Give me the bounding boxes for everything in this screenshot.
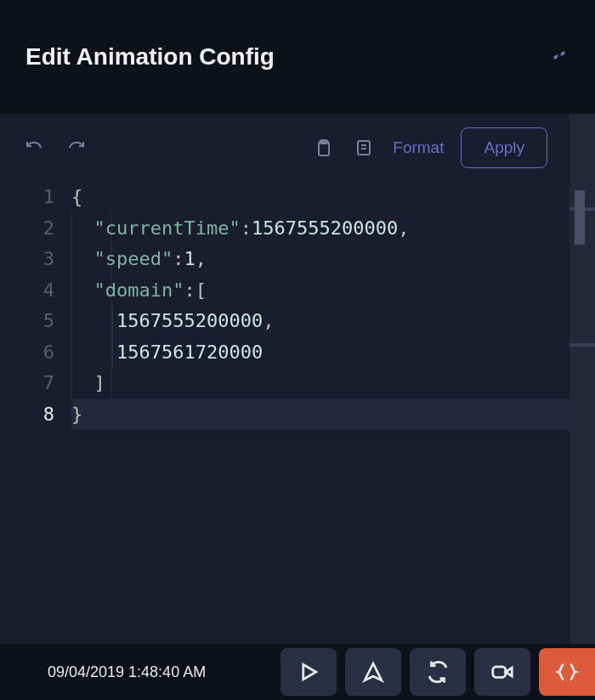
code-editor[interactable]: 12345678 { "currentTime": 1567555200000,… [0,182,570,644]
send-button[interactable] [345,648,401,696]
undo-button[interactable] [22,136,46,160]
line-number: 7 [0,368,54,399]
line-number-gutter: 12345678 [0,182,71,430]
code-content[interactable]: { "currentTime": 1567555200000, "speed":… [71,182,570,430]
line-number: 1 [0,182,54,213]
code-line[interactable]: 1567555200000, [71,306,570,337]
code-line[interactable]: ] [71,368,570,399]
play-button[interactable] [280,648,337,696]
editor-minimap-scrollbar[interactable] [570,114,595,644]
document-icon[interactable] [352,136,376,160]
editor-toolbar: Format Apply [0,114,570,182]
line-number: 4 [0,275,54,307]
code-line[interactable]: "currentTime": 1567555200000, [71,213,570,245]
apply-button[interactable]: Apply [461,127,547,168]
line-number: 2 [0,213,54,245]
format-button[interactable]: Format [393,138,444,157]
page-title: Edit Animation Config [26,43,275,71]
code-line[interactable]: } [71,399,570,431]
bottom-bar: 09/04/2019 1:48:40 AM [0,644,595,700]
scrollbar-thumb[interactable] [575,190,585,245]
line-number: 6 [0,337,54,369]
clipboard-icon[interactable] [311,136,335,160]
panel-header: Edit Animation Config [0,0,595,114]
code-line[interactable]: "speed": 1, [71,244,570,275]
line-number: 3 [0,244,54,275]
collapse-icon[interactable] [549,47,570,67]
refresh-button[interactable] [410,648,466,696]
timestamp-display: 09/04/2019 1:48:40 AM [48,663,206,681]
redo-button[interactable] [65,136,88,160]
line-number: 5 [0,306,54,337]
svg-marker-7 [303,664,316,680]
record-button[interactable] [474,648,530,696]
code-line[interactable]: { [71,182,570,213]
line-number: 8 [0,399,54,431]
code-line[interactable]: 1567561720000 [71,337,570,369]
code-line[interactable]: "domain": [ [71,275,570,307]
code-view-button[interactable] [539,648,595,696]
